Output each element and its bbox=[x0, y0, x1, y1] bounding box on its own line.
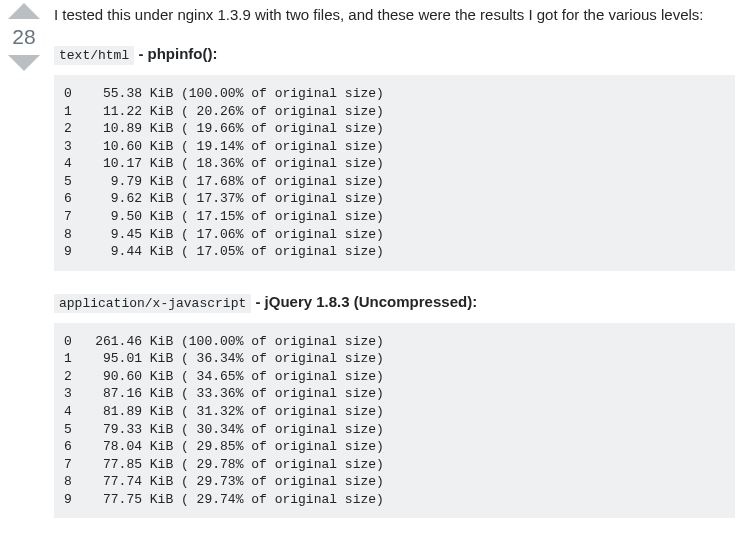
section-label-js: application/x-javascript - jQuery 1.8.3 … bbox=[54, 291, 735, 313]
mime-code: application/x-javascript bbox=[54, 294, 251, 313]
intro-text: I tested this under nginx 1.3.9 with two… bbox=[54, 4, 735, 25]
vote-cell: 28 bbox=[2, 2, 46, 71]
section-desc: - jQuery 1.8.3 (Uncompressed): bbox=[251, 293, 477, 310]
mime-code: text/html bbox=[54, 46, 134, 65]
downvote-icon[interactable] bbox=[8, 55, 40, 71]
code-block-js: 0 261.46 KiB (100.00% of original size) … bbox=[54, 323, 735, 518]
section-label-html: text/html - phpinfo(): bbox=[54, 43, 735, 65]
section-desc: - phpinfo(): bbox=[134, 45, 217, 62]
vote-count: 28 bbox=[12, 23, 35, 51]
post-body: I tested this under nginx 1.3.9 with two… bbox=[46, 2, 735, 538]
answer-post: 28 I tested this under nginx 1.3.9 with … bbox=[2, 2, 735, 538]
upvote-icon[interactable] bbox=[8, 3, 40, 19]
code-block-html: 0 55.38 KiB (100.00% of original size) 1… bbox=[54, 75, 735, 270]
